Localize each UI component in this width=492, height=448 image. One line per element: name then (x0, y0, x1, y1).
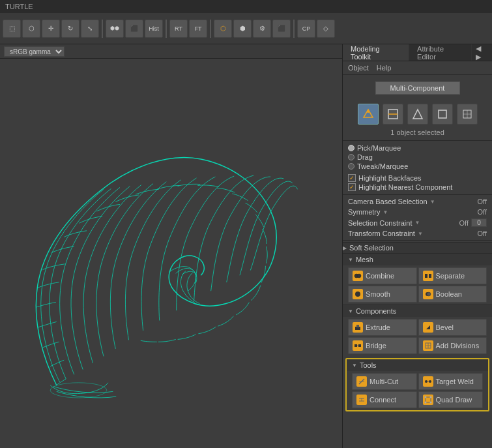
svg-point-36 (424, 396, 426, 398)
multi-component-btn[interactable]: Multi-Component (375, 82, 460, 95)
tab-modeling-toolkit[interactable]: Modeling Toolkit (343, 44, 409, 61)
selection-mode-group: Pick/Marquee Drag Tweak/Marquee (343, 142, 492, 172)
face-mode-btn[interactable] (407, 104, 428, 125)
svg-rect-35 (426, 397, 431, 402)
vertex-mode-btn[interactable] (358, 104, 379, 125)
ft-btn[interactable]: FT (189, 20, 207, 38)
symmetry-row[interactable]: Symmetry ▼ Off (343, 207, 492, 217)
svg-point-15 (355, 291, 360, 297)
object-mode-btn[interactable] (432, 104, 453, 125)
extrude-btn[interactable]: Extrude (348, 319, 417, 336)
target-weld-icon (423, 376, 433, 387)
svg-marker-6 (413, 110, 422, 119)
connect-icon (356, 395, 367, 405)
combine-btn[interactable]: Combine (348, 267, 417, 284)
snap3-btn[interactable]: ⚙ (253, 20, 271, 38)
selection-constraint-row[interactable]: Selection Constraint ▼ Off (343, 217, 492, 228)
quad-draw-icon (423, 395, 433, 405)
multi-cut-icon (356, 376, 367, 387)
components-tools: Extrude Bevel Bridge Add Divisions (343, 317, 492, 356)
add-divisions-btn[interactable]: Add Divisions (418, 337, 487, 354)
camera-based-selection-row[interactable]: Camera Based Selection ▼ Off (343, 196, 492, 207)
mesh-tools: Combine Separate Smooth Boolean (343, 265, 492, 305)
svg-rect-14 (429, 274, 431, 278)
main-toolbar: ⬚ ⬡ ✛ ↻ ⤡ ⬢⬢ ⬛ Hist RT FT ⬡ ⬢ ⚙ ⬛ CP ◇ (0, 13, 492, 44)
scale-tool-btn[interactable]: ⤡ (81, 20, 99, 38)
svg-rect-13 (425, 274, 427, 278)
svg-rect-19 (356, 325, 359, 327)
target-weld-btn[interactable]: Target Weld (418, 373, 484, 390)
soft-selection-header[interactable]: ▶ Soft Selection (343, 242, 492, 253)
bridge-btn[interactable]: Bridge (348, 337, 417, 354)
select-tool-btn[interactable]: ⬚ (3, 20, 21, 38)
viewport-canvas[interactable] (0, 59, 342, 448)
panel-collapse-arrow[interactable]: ◀ ▶ (472, 44, 492, 61)
pick-marquee-radio[interactable] (348, 145, 355, 151)
svg-point-3 (367, 110, 369, 113)
highlight-nearest-check[interactable]: ✓ (348, 183, 356, 191)
color-space-dropdown[interactable]: sRGB gamma Linear Raw (4, 46, 65, 57)
move-tool-btn[interactable]: ✛ (42, 20, 60, 38)
components-section-header[interactable]: ▼ Components (343, 305, 492, 317)
tweak-marquee-radio[interactable] (348, 163, 355, 170)
extrude-icon (353, 322, 363, 333)
connect-btn[interactable]: Connect (352, 391, 417, 408)
svg-point-17 (427, 292, 431, 296)
boolean-btn[interactable]: Boolean (418, 286, 487, 303)
multi-cut-btn[interactable]: Multi-Cut (352, 373, 417, 390)
quad-draw-btn[interactable]: Quad Draw (418, 391, 484, 408)
drag-radio[interactable] (348, 154, 355, 160)
constraint-number[interactable] (471, 218, 487, 227)
svg-point-12 (357, 274, 361, 278)
rt-btn[interactable]: RT (169, 20, 188, 38)
paint-select-btn[interactable]: ⬢⬢ (106, 20, 124, 38)
cp-btn[interactable]: CP (297, 20, 315, 38)
object-menu[interactable]: Object (348, 64, 369, 72)
highlight-nearest-item[interactable]: ✓ Highlight Nearest Component (348, 183, 487, 192)
lasso-tool-btn[interactable]: ⬡ (22, 20, 40, 38)
divider2 (343, 194, 492, 195)
svg-marker-20 (426, 325, 430, 329)
edge-mode-btn[interactable] (383, 104, 403, 125)
constraint-arrow: ▼ (414, 220, 420, 226)
svg-point-29 (425, 380, 427, 383)
boolean-icon (423, 289, 433, 299)
tools-arrow: ▼ (352, 363, 357, 368)
viewport[interactable]: sRGB gamma Linear Raw (0, 44, 342, 448)
svg-rect-0 (7, 59, 336, 448)
tweak-marquee-option[interactable]: Tweak/Marquee (348, 162, 487, 171)
mirror-btn[interactable]: ⬛ (125, 20, 143, 38)
smooth-icon (353, 289, 363, 299)
bridge-icon (353, 340, 363, 351)
pick-marquee-option[interactable]: Pick/Marquee (348, 143, 487, 153)
svg-rect-22 (358, 344, 361, 347)
smooth-btn[interactable]: Smooth (348, 286, 417, 303)
sep4 (293, 20, 295, 38)
snap1-btn[interactable]: ⬡ (214, 20, 232, 38)
drag-option[interactable]: Drag (348, 153, 487, 162)
extra-btn[interactable]: ◇ (317, 20, 335, 38)
tools-section-header[interactable]: ▼ Tools (347, 359, 488, 371)
app-title: TURTLE (5, 3, 33, 10)
highlight-backfaces-item[interactable]: ✓ Highlight Backfaces (348, 173, 487, 183)
uvs-mode-btn[interactable] (457, 104, 478, 125)
camera-arrow: ▼ (430, 199, 435, 205)
highlight-backfaces-check[interactable]: ✓ (348, 174, 356, 182)
mode-icons (343, 101, 492, 127)
snap2-btn[interactable]: ⬢ (233, 20, 252, 38)
snap4-btn[interactable]: ⬛ (272, 20, 291, 38)
bevel-btn[interactable]: Bevel (418, 319, 487, 336)
rotate-tool-btn[interactable]: ↻ (61, 20, 80, 38)
transform-constraint-row[interactable]: Transform Constraint ▼ Off (343, 228, 492, 239)
transform-arrow: ▼ (418, 231, 423, 237)
sep1 (102, 20, 103, 38)
tab-attribute-editor[interactable]: Attribute Editor (409, 44, 472, 61)
combine-icon (353, 271, 363, 281)
mesh-section-header[interactable]: ▼ Mesh (343, 253, 492, 265)
separate-btn[interactable]: Separate (418, 267, 487, 284)
tools-section: ▼ Tools Multi-Cut Target Weld (345, 358, 489, 411)
divider3 (343, 240, 492, 241)
svg-point-39 (429, 402, 431, 404)
hist-btn[interactable]: Hist (145, 20, 163, 38)
help-menu[interactable]: Help (377, 64, 392, 72)
